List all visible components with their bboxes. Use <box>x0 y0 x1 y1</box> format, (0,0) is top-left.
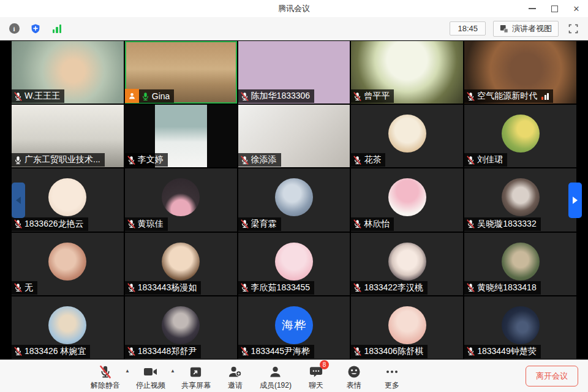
participant-name-label: 无 <box>12 281 37 295</box>
participant-tile[interactable]: Gina <box>125 41 237 104</box>
more-button[interactable]: 更多 <box>379 364 405 391</box>
participant-tile[interactable]: 林欣怡 <box>351 168 463 231</box>
next-page-button[interactable] <box>568 183 582 218</box>
mic-muted-icon <box>99 364 112 379</box>
stop-video-button[interactable]: 停止视频 <box>136 364 165 391</box>
chat-unread-badge: 8 <box>320 360 329 369</box>
mic-muted-icon <box>466 156 475 165</box>
chat-icon: 8 <box>309 364 323 379</box>
participant-avatar <box>388 306 426 344</box>
participant-tile[interactable]: 黄晓纯1833418 <box>464 233 576 295</box>
mic-muted-icon <box>13 283 23 292</box>
chevron-left-icon <box>16 197 21 204</box>
participant-tile[interactable]: 空气能源新时代 <box>464 41 576 104</box>
participant-tile[interactable]: 1833426 林婉宜 <box>12 296 124 359</box>
mic-muted-icon <box>13 347 23 356</box>
participant-tile[interactable]: 1833443杨漫如 <box>125 233 237 295</box>
participant-name: W.王王王 <box>24 91 60 102</box>
participant-tile[interactable]: 李欣茹1833455 <box>238 233 350 295</box>
participant-name-label: 花茶 <box>351 153 385 167</box>
participant-name: 无 <box>24 282 33 293</box>
participant-name: 刘佳珺 <box>477 154 503 165</box>
participant-tile[interactable]: 李文婷 <box>125 105 237 167</box>
meeting-info-button[interactable]: i <box>7 22 21 36</box>
participant-name-label: 徐添添 <box>238 153 281 167</box>
participant-tile[interactable]: 刘佳珺 <box>464 105 576 167</box>
participant-name-label: 林欣怡 <box>351 217 394 231</box>
mic-muted-icon <box>466 347 475 356</box>
participant-avatar <box>162 178 200 216</box>
mic-muted-icon <box>240 347 249 356</box>
participant-tile[interactable]: 梁育霖 <box>238 168 350 231</box>
mic-muted-icon <box>466 219 475 228</box>
participant-name: 1833443杨漫如 <box>138 282 197 293</box>
participant-tile[interactable]: 广东工贸职业技术... <box>12 105 124 167</box>
participant-avatar <box>48 178 86 216</box>
window-title: 腾讯会议 <box>0 3 588 14</box>
participant-tile[interactable]: 1833626龙艳云 <box>12 168 124 231</box>
participant-avatar <box>502 243 540 281</box>
stop-video-options-arrow[interactable]: ▲ <box>170 368 175 374</box>
mic-muted-icon <box>240 156 249 165</box>
participant-tile[interactable]: W.王王王 <box>12 41 124 104</box>
participant-tile[interactable]: 无 <box>12 233 124 295</box>
network-quality-button[interactable] <box>50 22 64 36</box>
smiley-icon <box>347 364 361 379</box>
members-button[interactable]: 成员(192) <box>260 364 292 391</box>
participant-tile[interactable]: 1833406陈舒棋 <box>351 296 463 359</box>
participant-tile[interactable]: 1833449钟楚荧 <box>464 296 576 359</box>
participant-tile[interactable]: 曾平平 <box>351 41 463 104</box>
participant-name-label: 1833445尹海桦 <box>238 345 315 358</box>
participant-tile[interactable]: 1833422李汉桃 <box>351 233 463 295</box>
maximize-button[interactable] <box>546 2 562 15</box>
close-button[interactable]: ✕ <box>568 2 584 15</box>
control-button-label: 停止视频 <box>136 380 165 391</box>
mic-on-icon <box>13 156 23 165</box>
share-screen-button[interactable]: 共享屏幕 <box>181 364 211 391</box>
participant-name: Gina <box>152 91 170 101</box>
fullscreen-icon <box>568 24 578 34</box>
mic-muted-icon <box>127 156 136 165</box>
participant-tile[interactable]: 花茶 <box>351 105 463 167</box>
emoji-button[interactable]: 表情 <box>341 364 368 391</box>
participant-name-label: 1833443杨漫如 <box>125 281 202 295</box>
video-grid: W.王王王Gina陈加华1833306曾平平空气能源新时代广东工贸职业技术...… <box>12 41 576 359</box>
unmute-button[interactable]: 解除静音 <box>91 364 120 391</box>
participant-name: 花茶 <box>364 154 381 165</box>
video-grid-area: W.王王王Gina陈加华1833306曾平平空气能源新时代广东工贸职业技术...… <box>0 40 588 360</box>
layout-view-icon <box>500 24 508 33</box>
chat-button[interactable]: 8聊天 <box>303 364 330 391</box>
share-screen-icon <box>189 364 202 379</box>
participant-avatar <box>502 115 540 153</box>
participant-tile[interactable]: 陈加华1833306 <box>238 41 350 104</box>
participant-name-label: 1833426 林婉宜 <box>12 345 90 358</box>
control-button-label: 表情 <box>347 380 361 391</box>
participant-tile[interactable]: 黄琼佳 <box>125 168 237 231</box>
minimize-icon <box>529 8 536 9</box>
mic-muted-icon <box>353 347 362 356</box>
speaker-view-label: 演讲者视图 <box>512 23 552 34</box>
prev-page-button[interactable] <box>12 183 25 218</box>
control-button-label: 解除静音 <box>91 380 120 391</box>
mic-muted-icon <box>13 219 23 228</box>
leave-meeting-button[interactable]: 离开会议 <box>526 366 578 386</box>
speaker-view-button[interactable]: 演讲者视图 <box>493 21 559 37</box>
participant-tile[interactable]: 吴晓璇1833332 <box>464 168 576 231</box>
participant-name-label: Gina <box>139 89 175 103</box>
participant-tile[interactable]: 徐添添 <box>238 105 350 167</box>
participant-tile[interactable]: 1833448郑舒尹 <box>125 296 237 359</box>
close-icon: ✕ <box>573 4 580 13</box>
minimize-button[interactable] <box>524 2 540 15</box>
participant-name: 徐添添 <box>251 154 277 165</box>
mic-muted-icon <box>127 283 136 292</box>
invite-button[interactable]: 邀请 <box>222 364 249 391</box>
unmute-options-arrow[interactable]: ▲ <box>125 368 130 374</box>
participant-tile[interactable]: 海桦1833445尹海桦 <box>238 296 350 359</box>
meeting-security-button[interactable] <box>29 22 42 36</box>
participant-name-label: 李欣茹1833455 <box>238 281 315 295</box>
chevron-right-icon <box>573 197 578 204</box>
participant-name: 1833449钟楚荧 <box>477 346 537 357</box>
participant-name: 1833445尹海桦 <box>251 346 311 357</box>
fullscreen-button[interactable] <box>566 21 581 36</box>
participant-avatar <box>48 306 86 344</box>
